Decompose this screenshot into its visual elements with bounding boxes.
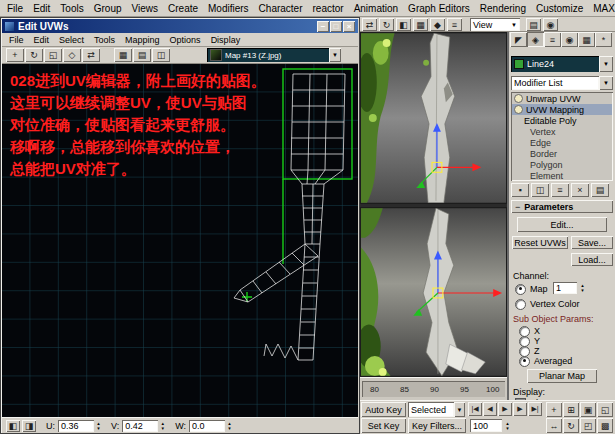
modifier-list-arrow[interactable]: ▼ [599, 76, 613, 90]
scale-tool-icon[interactable]: ◱ [44, 48, 62, 62]
frame-spinner[interactable]: ▴ ▾ [503, 419, 512, 432]
menu-edit[interactable]: Edit [28, 2, 55, 15]
stack-item-editable-poly[interactable]: Editable Poly [512, 115, 612, 126]
modifier-list-dropdown[interactable]: Modifier List [511, 76, 599, 90]
spinner-down-icon[interactable]: ▾ [503, 426, 512, 431]
next-frame-button[interactable]: ▶ [513, 402, 527, 416]
go-to-end-button[interactable]: ▶| [528, 402, 542, 416]
spinner-down-icon[interactable]: ▾ [158, 426, 167, 431]
zoom-icon[interactable]: + [546, 402, 562, 417]
make-unique-icon[interactable]: ≡ [551, 183, 569, 197]
configure-sets-icon[interactable]: ▤ [591, 183, 609, 197]
map-channel-spinner[interactable]: ▴ ▾ [578, 282, 587, 294]
tab-display-icon[interactable]: ▦ [578, 32, 595, 47]
move-tool-icon[interactable]: + [6, 48, 24, 62]
tab-modify-icon[interactable]: ◈ [527, 32, 544, 47]
arc-rotate-icon[interactable]: ↻ [563, 418, 579, 433]
uvw-menu-select[interactable]: Select [54, 34, 89, 46]
uvw-menu-display[interactable]: Display [206, 34, 246, 46]
rotate-tool-icon[interactable]: ↻ [25, 48, 43, 62]
tab-motion-icon[interactable]: ◉ [561, 32, 578, 47]
viewport-config-icon[interactable]: ▩ [597, 418, 613, 433]
uv-vw-uw-icon[interactable]: ▤ [133, 48, 151, 62]
timeline-ruler[interactable]: 80 85 90 95 100 [360, 377, 507, 400]
pan-icon[interactable]: ↔ [546, 418, 562, 433]
stack-item-edge[interactable]: Edge [512, 137, 612, 148]
stack-item-uvw-mapping[interactable]: UVW Mapping [512, 104, 612, 115]
offset-mode-icon[interactable]: ◨ [22, 420, 36, 432]
maximize-button[interactable]: □ [330, 21, 342, 32]
y-radio[interactable] [519, 336, 530, 347]
tab-utilities-icon[interactable]: * [595, 32, 612, 47]
texture-list-dropdown[interactable]: Map #13 (Z.jpg) [207, 48, 329, 62]
zoom-extents-icon[interactable]: ▣ [580, 402, 596, 417]
uvw-titlebar[interactable]: Edit UVWs − □ × [2, 19, 358, 33]
menu-customize[interactable]: Customize [531, 2, 588, 15]
save-button[interactable]: Save... [571, 236, 613, 249]
current-frame-field[interactable]: 100 [470, 419, 502, 432]
tab-hierarchy-icon[interactable]: ≡ [544, 32, 561, 47]
spinner-down-icon[interactable]: ▾ [225, 426, 234, 431]
menu-create[interactable]: Create [163, 2, 203, 15]
menu-character[interactable]: Character [254, 2, 308, 15]
viewport-top[interactable] [360, 32, 507, 204]
render-icon[interactable]: ◉ [543, 18, 558, 31]
load-button[interactable]: Load... [571, 253, 613, 266]
menu-rendering[interactable]: Rendering [475, 2, 531, 15]
bulb-icon[interactable] [514, 94, 523, 103]
map-channel-field[interactable]: 1 [553, 282, 577, 294]
layer-manager-icon[interactable]: ▦ [413, 18, 428, 31]
menu-group[interactable]: Group [89, 2, 127, 15]
previous-frame-button[interactable]: ◀ [483, 402, 497, 416]
spinner-down-icon[interactable]: ▾ [578, 288, 587, 293]
mirror-icon[interactable]: ⇄ [362, 18, 377, 31]
mirror-tool-icon[interactable]: ⇄ [82, 48, 100, 62]
averaged-radio[interactable] [519, 356, 530, 367]
zoom-region-icon[interactable]: ◱ [597, 402, 613, 417]
x-radio[interactable] [519, 326, 530, 337]
use-center-icon[interactable]: ▤ [526, 18, 541, 31]
stack-item-border[interactable]: Border [512, 148, 612, 159]
menu-animation[interactable]: Animation [349, 2, 403, 15]
spinner-down-icon[interactable]: ▾ [94, 426, 103, 431]
reference-coordinate-dropdown[interactable]: View ▼ [470, 18, 520, 31]
w-spinner[interactable]: ▴▾ [225, 420, 234, 432]
menu-views[interactable]: Views [127, 2, 164, 15]
object-name-dropdown-arrow[interactable]: ▼ [599, 56, 613, 72]
vertex-color-radio[interactable] [515, 299, 526, 310]
v-coordinate-field[interactable]: 0.42 [122, 420, 158, 432]
v-spinner[interactable]: ▴▾ [158, 420, 167, 432]
uvw-menu-options[interactable]: Options [165, 34, 206, 46]
stack-item-vertex[interactable]: Vertex [512, 126, 612, 137]
play-button[interactable]: ▶ [498, 402, 512, 416]
min-max-toggle-icon[interactable]: ◰ [580, 418, 596, 433]
rotate-snap-icon[interactable]: ↻ [379, 18, 394, 31]
edit-uvws-button[interactable]: Edit... [517, 217, 607, 232]
zoom-all-icon[interactable]: ⊞ [563, 402, 579, 417]
track-bar[interactable]: 80 85 90 95 100 [362, 381, 505, 397]
menu-reactor[interactable]: reactor [308, 2, 349, 15]
z-radio[interactable] [519, 346, 530, 357]
u-coordinate-field[interactable]: 0.36 [58, 420, 94, 432]
object-name-field[interactable]: Line24 [511, 56, 599, 72]
object-color-swatch[interactable] [514, 59, 524, 69]
remove-modifier-icon[interactable]: × [571, 183, 589, 197]
stack-item-element[interactable]: Element [512, 170, 612, 181]
uvw-menu-edit[interactable]: Edit [29, 34, 55, 46]
schematic-view-icon[interactable]: ≡ [447, 18, 462, 31]
texture-list-arrow[interactable]: ▼ [329, 48, 341, 62]
menu-modifiers[interactable]: Modifiers [203, 2, 254, 15]
pin-stack-icon[interactable]: ▪ [511, 183, 529, 197]
selection-set-arrow[interactable]: ▼ [454, 402, 465, 417]
freeform-tool-icon[interactable]: ◇ [63, 48, 81, 62]
menu-maxscript[interactable]: MAXScript [588, 2, 615, 15]
map-radio[interactable] [515, 284, 526, 295]
show-map-icon[interactable]: ▦ [114, 48, 132, 62]
uvw-menu-tools[interactable]: Tools [89, 34, 120, 46]
align-icon[interactable]: ◧ [396, 18, 411, 31]
reset-uvws-button[interactable]: Reset UVWs [512, 236, 568, 249]
u-spinner[interactable]: ▴▾ [94, 420, 103, 432]
uvw-menu-mapping[interactable]: Mapping [120, 34, 165, 46]
bulb-icon[interactable] [514, 105, 523, 114]
go-to-start-button[interactable]: |◀ [468, 402, 482, 416]
